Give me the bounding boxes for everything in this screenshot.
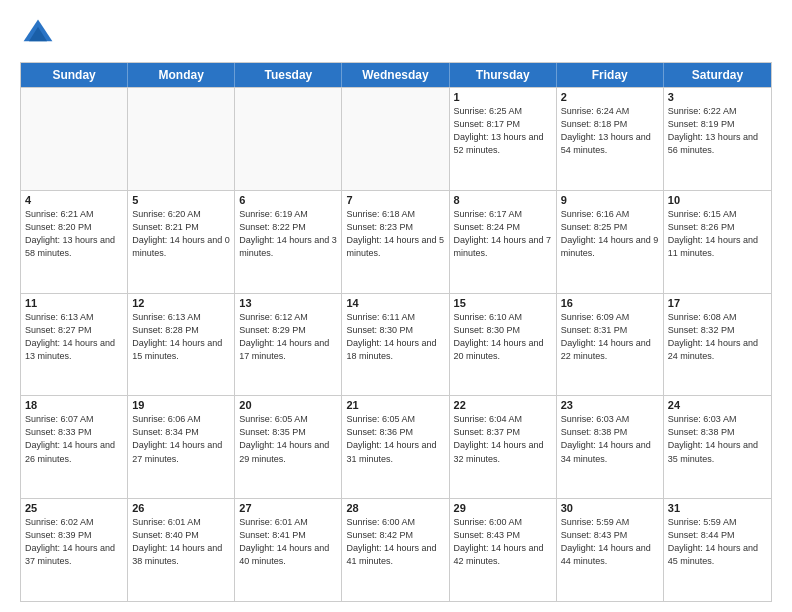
empty-cell bbox=[235, 88, 342, 190]
day-info: Sunrise: 6:21 AM Sunset: 8:20 PM Dayligh… bbox=[25, 208, 123, 260]
day-cell-31: 31Sunrise: 5:59 AM Sunset: 8:44 PM Dayli… bbox=[664, 499, 771, 601]
day-cell-16: 16Sunrise: 6:09 AM Sunset: 8:31 PM Dayli… bbox=[557, 294, 664, 396]
day-number: 14 bbox=[346, 297, 444, 309]
header-day-saturday: Saturday bbox=[664, 63, 771, 87]
calendar: SundayMondayTuesdayWednesdayThursdayFrid… bbox=[20, 62, 772, 602]
day-cell-12: 12Sunrise: 6:13 AM Sunset: 8:28 PM Dayli… bbox=[128, 294, 235, 396]
header-day-thursday: Thursday bbox=[450, 63, 557, 87]
header-day-tuesday: Tuesday bbox=[235, 63, 342, 87]
day-cell-9: 9Sunrise: 6:16 AM Sunset: 8:25 PM Daylig… bbox=[557, 191, 664, 293]
day-cell-25: 25Sunrise: 6:02 AM Sunset: 8:39 PM Dayli… bbox=[21, 499, 128, 601]
day-cell-23: 23Sunrise: 6:03 AM Sunset: 8:38 PM Dayli… bbox=[557, 396, 664, 498]
day-number: 18 bbox=[25, 399, 123, 411]
day-cell-13: 13Sunrise: 6:12 AM Sunset: 8:29 PM Dayli… bbox=[235, 294, 342, 396]
day-info: Sunrise: 6:03 AM Sunset: 8:38 PM Dayligh… bbox=[561, 413, 659, 465]
day-info: Sunrise: 6:03 AM Sunset: 8:38 PM Dayligh… bbox=[668, 413, 767, 465]
day-number: 22 bbox=[454, 399, 552, 411]
header-day-sunday: Sunday bbox=[21, 63, 128, 87]
day-info: Sunrise: 6:12 AM Sunset: 8:29 PM Dayligh… bbox=[239, 311, 337, 363]
calendar-row-2: 11Sunrise: 6:13 AM Sunset: 8:27 PM Dayli… bbox=[21, 293, 771, 396]
calendar-row-3: 18Sunrise: 6:07 AM Sunset: 8:33 PM Dayli… bbox=[21, 395, 771, 498]
day-number: 4 bbox=[25, 194, 123, 206]
header bbox=[20, 16, 772, 52]
day-info: Sunrise: 6:20 AM Sunset: 8:21 PM Dayligh… bbox=[132, 208, 230, 260]
day-number: 5 bbox=[132, 194, 230, 206]
day-cell-1: 1Sunrise: 6:25 AM Sunset: 8:17 PM Daylig… bbox=[450, 88, 557, 190]
day-cell-29: 29Sunrise: 6:00 AM Sunset: 8:43 PM Dayli… bbox=[450, 499, 557, 601]
day-number: 2 bbox=[561, 91, 659, 103]
day-number: 9 bbox=[561, 194, 659, 206]
day-cell-19: 19Sunrise: 6:06 AM Sunset: 8:34 PM Dayli… bbox=[128, 396, 235, 498]
day-cell-5: 5Sunrise: 6:20 AM Sunset: 8:21 PM Daylig… bbox=[128, 191, 235, 293]
day-info: Sunrise: 6:06 AM Sunset: 8:34 PM Dayligh… bbox=[132, 413, 230, 465]
day-info: Sunrise: 5:59 AM Sunset: 8:44 PM Dayligh… bbox=[668, 516, 767, 568]
day-info: Sunrise: 6:19 AM Sunset: 8:22 PM Dayligh… bbox=[239, 208, 337, 260]
day-cell-28: 28Sunrise: 6:00 AM Sunset: 8:42 PM Dayli… bbox=[342, 499, 449, 601]
day-cell-20: 20Sunrise: 6:05 AM Sunset: 8:35 PM Dayli… bbox=[235, 396, 342, 498]
day-cell-2: 2Sunrise: 6:24 AM Sunset: 8:18 PM Daylig… bbox=[557, 88, 664, 190]
day-info: Sunrise: 6:05 AM Sunset: 8:36 PM Dayligh… bbox=[346, 413, 444, 465]
day-info: Sunrise: 6:05 AM Sunset: 8:35 PM Dayligh… bbox=[239, 413, 337, 465]
day-number: 7 bbox=[346, 194, 444, 206]
empty-cell bbox=[342, 88, 449, 190]
day-info: Sunrise: 6:11 AM Sunset: 8:30 PM Dayligh… bbox=[346, 311, 444, 363]
day-number: 12 bbox=[132, 297, 230, 309]
day-info: Sunrise: 6:10 AM Sunset: 8:30 PM Dayligh… bbox=[454, 311, 552, 363]
day-info: Sunrise: 6:13 AM Sunset: 8:28 PM Dayligh… bbox=[132, 311, 230, 363]
day-cell-30: 30Sunrise: 5:59 AM Sunset: 8:43 PM Dayli… bbox=[557, 499, 664, 601]
day-info: Sunrise: 6:17 AM Sunset: 8:24 PM Dayligh… bbox=[454, 208, 552, 260]
header-day-friday: Friday bbox=[557, 63, 664, 87]
header-day-monday: Monday bbox=[128, 63, 235, 87]
day-info: Sunrise: 6:24 AM Sunset: 8:18 PM Dayligh… bbox=[561, 105, 659, 157]
day-number: 3 bbox=[668, 91, 767, 103]
day-info: Sunrise: 6:09 AM Sunset: 8:31 PM Dayligh… bbox=[561, 311, 659, 363]
day-number: 25 bbox=[25, 502, 123, 514]
day-info: Sunrise: 6:02 AM Sunset: 8:39 PM Dayligh… bbox=[25, 516, 123, 568]
day-number: 21 bbox=[346, 399, 444, 411]
day-number: 1 bbox=[454, 91, 552, 103]
day-info: Sunrise: 6:22 AM Sunset: 8:19 PM Dayligh… bbox=[668, 105, 767, 157]
day-cell-10: 10Sunrise: 6:15 AM Sunset: 8:26 PM Dayli… bbox=[664, 191, 771, 293]
calendar-row-0: 1Sunrise: 6:25 AM Sunset: 8:17 PM Daylig… bbox=[21, 87, 771, 190]
day-number: 15 bbox=[454, 297, 552, 309]
day-number: 28 bbox=[346, 502, 444, 514]
page: SundayMondayTuesdayWednesdayThursdayFrid… bbox=[0, 0, 792, 612]
day-cell-26: 26Sunrise: 6:01 AM Sunset: 8:40 PM Dayli… bbox=[128, 499, 235, 601]
calendar-row-1: 4Sunrise: 6:21 AM Sunset: 8:20 PM Daylig… bbox=[21, 190, 771, 293]
calendar-body: 1Sunrise: 6:25 AM Sunset: 8:17 PM Daylig… bbox=[21, 87, 771, 601]
day-info: Sunrise: 6:04 AM Sunset: 8:37 PM Dayligh… bbox=[454, 413, 552, 465]
day-cell-15: 15Sunrise: 6:10 AM Sunset: 8:30 PM Dayli… bbox=[450, 294, 557, 396]
day-info: Sunrise: 6:01 AM Sunset: 8:41 PM Dayligh… bbox=[239, 516, 337, 568]
day-cell-11: 11Sunrise: 6:13 AM Sunset: 8:27 PM Dayli… bbox=[21, 294, 128, 396]
logo bbox=[20, 16, 62, 52]
day-number: 6 bbox=[239, 194, 337, 206]
day-number: 17 bbox=[668, 297, 767, 309]
day-cell-8: 8Sunrise: 6:17 AM Sunset: 8:24 PM Daylig… bbox=[450, 191, 557, 293]
day-cell-7: 7Sunrise: 6:18 AM Sunset: 8:23 PM Daylig… bbox=[342, 191, 449, 293]
day-number: 27 bbox=[239, 502, 337, 514]
day-number: 31 bbox=[668, 502, 767, 514]
day-number: 30 bbox=[561, 502, 659, 514]
empty-cell bbox=[21, 88, 128, 190]
header-day-wednesday: Wednesday bbox=[342, 63, 449, 87]
day-info: Sunrise: 6:00 AM Sunset: 8:42 PM Dayligh… bbox=[346, 516, 444, 568]
day-cell-27: 27Sunrise: 6:01 AM Sunset: 8:41 PM Dayli… bbox=[235, 499, 342, 601]
day-cell-22: 22Sunrise: 6:04 AM Sunset: 8:37 PM Dayli… bbox=[450, 396, 557, 498]
day-number: 20 bbox=[239, 399, 337, 411]
day-cell-18: 18Sunrise: 6:07 AM Sunset: 8:33 PM Dayli… bbox=[21, 396, 128, 498]
day-cell-3: 3Sunrise: 6:22 AM Sunset: 8:19 PM Daylig… bbox=[664, 88, 771, 190]
day-number: 10 bbox=[668, 194, 767, 206]
day-number: 26 bbox=[132, 502, 230, 514]
day-number: 13 bbox=[239, 297, 337, 309]
day-cell-14: 14Sunrise: 6:11 AM Sunset: 8:30 PM Dayli… bbox=[342, 294, 449, 396]
day-number: 24 bbox=[668, 399, 767, 411]
day-info: Sunrise: 6:00 AM Sunset: 8:43 PM Dayligh… bbox=[454, 516, 552, 568]
logo-icon bbox=[20, 16, 56, 52]
empty-cell bbox=[128, 88, 235, 190]
day-info: Sunrise: 6:08 AM Sunset: 8:32 PM Dayligh… bbox=[668, 311, 767, 363]
day-info: Sunrise: 6:13 AM Sunset: 8:27 PM Dayligh… bbox=[25, 311, 123, 363]
day-info: Sunrise: 6:18 AM Sunset: 8:23 PM Dayligh… bbox=[346, 208, 444, 260]
day-info: Sunrise: 6:07 AM Sunset: 8:33 PM Dayligh… bbox=[25, 413, 123, 465]
day-number: 16 bbox=[561, 297, 659, 309]
day-number: 29 bbox=[454, 502, 552, 514]
